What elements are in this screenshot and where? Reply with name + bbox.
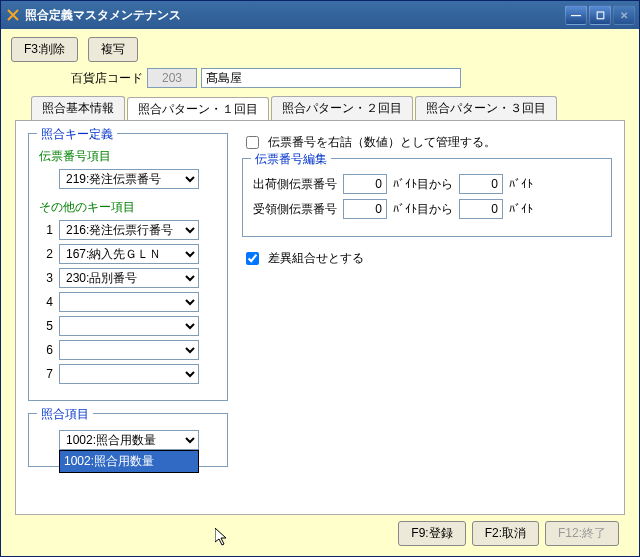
key-num-5: 5 bbox=[39, 319, 53, 333]
slip-number-label: 伝票番号項目 bbox=[39, 148, 217, 165]
match-item-box: 照合項目 1002:照合用数量 1002:照合用数量 bbox=[28, 413, 228, 467]
key-select-6[interactable] bbox=[59, 340, 199, 360]
key-definition-box: 照合キー定義 伝票番号項目 219:発注伝票番号 その他のキー項目 1216:発… bbox=[28, 133, 228, 401]
close-button[interactable]: ✕ bbox=[613, 5, 635, 25]
right-justify-checkbox[interactable] bbox=[246, 136, 259, 149]
register-button[interactable]: F9:登録 bbox=[398, 521, 465, 546]
maximize-button[interactable]: ☐ bbox=[589, 5, 611, 25]
key-num-4: 4 bbox=[39, 295, 53, 309]
key-select-3[interactable]: 230:品別番号 bbox=[59, 268, 199, 288]
unit-from-2: ﾊﾞｲﾄ目から bbox=[393, 201, 453, 218]
key-num-7: 7 bbox=[39, 367, 53, 381]
tab-basic[interactable]: 照合基本情報 bbox=[31, 96, 125, 120]
unit-from-1: ﾊﾞｲﾄ目から bbox=[393, 176, 453, 193]
slip-number-select[interactable]: 219:発注伝票番号 bbox=[59, 169, 199, 189]
slip-edit-legend: 伝票番号編集 bbox=[251, 151, 331, 168]
top-toolbar: F3:削除 複写 bbox=[11, 37, 629, 62]
diff-combo-checkbox[interactable] bbox=[246, 252, 259, 265]
window-buttons: — ☐ ✕ bbox=[565, 5, 635, 25]
delete-button[interactable]: F3:削除 bbox=[11, 37, 78, 62]
slip-edit-box: 伝票番号編集 出荷側伝票番号 ﾊﾞｲﾄ目から ﾊﾞｲﾄ 受領側伝票番号 ﾊﾞｲﾄ… bbox=[242, 158, 612, 237]
key-num-2: 2 bbox=[39, 247, 53, 261]
ship-from-field[interactable] bbox=[343, 174, 387, 194]
key-select-4[interactable] bbox=[59, 292, 199, 312]
store-name-field[interactable] bbox=[201, 68, 461, 88]
key-num-1: 1 bbox=[39, 223, 53, 237]
titlebar: 照合定義マスタメンテナンス — ☐ ✕ bbox=[1, 1, 639, 29]
diff-combo-label: 差異組合せとする bbox=[268, 250, 364, 267]
window-body: F3:削除 複写 百貨店コード 照合基本情報 照合パターン・１回目 照合パターン… bbox=[1, 29, 639, 556]
app-icon bbox=[5, 7, 21, 23]
other-keys-label: その他のキー項目 bbox=[39, 199, 217, 216]
right-justify-label: 伝票番号を右詰（数値）として管理する。 bbox=[268, 134, 496, 151]
tab-content: 照合キー定義 伝票番号項目 219:発注伝票番号 その他のキー項目 1216:発… bbox=[15, 120, 625, 515]
tab-pattern3[interactable]: 照合パターン・３回目 bbox=[415, 96, 557, 120]
store-code-field[interactable] bbox=[147, 68, 197, 88]
ship-slip-label: 出荷側伝票番号 bbox=[253, 176, 337, 193]
match-legend: 照合項目 bbox=[37, 406, 93, 423]
tabstrip: 照合基本情報 照合パターン・１回目 照合パターン・２回目 照合パターン・３回目 bbox=[31, 96, 629, 120]
match-item-select[interactable]: 1002:照合用数量 bbox=[59, 430, 199, 450]
tab-pattern2[interactable]: 照合パターン・２回目 bbox=[271, 96, 413, 120]
copy-button[interactable]: 複写 bbox=[88, 37, 138, 62]
right-column: 伝票番号を右詰（数値）として管理する。 伝票番号編集 出荷側伝票番号 ﾊﾞｲﾄ目… bbox=[242, 133, 612, 502]
left-column: 照合キー定義 伝票番号項目 219:発注伝票番号 その他のキー項目 1216:発… bbox=[28, 133, 228, 502]
footer-buttons: F9:登録 F2:取消 F12:終了 bbox=[11, 515, 629, 548]
key-select-1[interactable]: 216:発注伝票行番号 bbox=[59, 220, 199, 240]
ship-len-field[interactable] bbox=[459, 174, 503, 194]
unit-len-1: ﾊﾞｲﾄ bbox=[509, 177, 533, 191]
unit-len-2: ﾊﾞｲﾄ bbox=[509, 202, 533, 216]
key-num-3: 3 bbox=[39, 271, 53, 285]
recv-slip-label: 受領側伝票番号 bbox=[253, 201, 337, 218]
key-def-legend: 照合キー定義 bbox=[37, 126, 117, 143]
key-select-7[interactable] bbox=[59, 364, 199, 384]
key-select-2[interactable]: 167:納入先ＧＬＮ bbox=[59, 244, 199, 264]
code-row: 百貨店コード bbox=[71, 68, 629, 88]
cancel-button[interactable]: F2:取消 bbox=[472, 521, 539, 546]
match-dropdown-list: 1002:照合用数量 bbox=[59, 450, 199, 473]
minimize-button[interactable]: — bbox=[565, 5, 587, 25]
code-label: 百貨店コード bbox=[71, 70, 143, 87]
tab-pattern1[interactable]: 照合パターン・１回目 bbox=[127, 97, 269, 121]
key-select-5[interactable] bbox=[59, 316, 199, 336]
app-window: 照合定義マスタメンテナンス — ☐ ✕ F3:削除 複写 百貨店コード 照合基本… bbox=[0, 0, 640, 557]
recv-len-field[interactable] bbox=[459, 199, 503, 219]
recv-from-field[interactable] bbox=[343, 199, 387, 219]
match-option-1[interactable]: 1002:照合用数量 bbox=[60, 451, 198, 472]
key-num-6: 6 bbox=[39, 343, 53, 357]
exit-button[interactable]: F12:終了 bbox=[545, 521, 619, 546]
window-title: 照合定義マスタメンテナンス bbox=[25, 7, 565, 24]
